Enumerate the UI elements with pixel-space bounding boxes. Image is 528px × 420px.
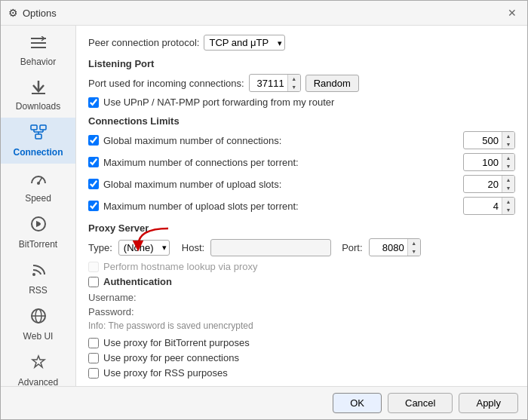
global-upload-input[interactable]: [464, 177, 502, 192]
authentication-checkbox[interactable]: [88, 277, 99, 287]
proxy-port-spinbox[interactable]: ▲ ▼: [369, 238, 421, 256]
hostname-lookup-row: Perform hostname lookup via proxy: [88, 261, 515, 272]
speed-icon: [29, 170, 48, 190]
max-per-torrent-input[interactable]: [464, 155, 502, 170]
hostname-lookup-label[interactable]: Perform hostname lookup via proxy: [103, 261, 257, 272]
port-increment[interactable]: ▲: [288, 75, 300, 83]
port-spinbox[interactable]: ▲ ▼: [249, 74, 301, 92]
password-label: Password:: [88, 306, 515, 317]
title-bar: ⚙ Options ✕: [1, 1, 527, 26]
content-area: Behavior Downloads: [1, 26, 527, 386]
downloads-icon: [30, 79, 47, 98]
options-window: ⚙ Options ✕ Behavior Downloads: [0, 0, 528, 420]
use-proxy-peer-checkbox[interactable]: [88, 353, 99, 363]
proxy-port-buttons: ▲ ▼: [407, 239, 420, 256]
footer: OK Cancel Apply: [1, 386, 527, 419]
upnp-checkbox[interactable]: [88, 97, 99, 108]
use-proxy-bittorrent-row: Use proxy for BitTorrent purposes: [88, 337, 515, 348]
proxy-port-input[interactable]: [370, 241, 407, 255]
sidebar-label-behavior: Behavior: [20, 57, 56, 67]
global-upload-spinbox[interactable]: ▲ ▼: [463, 175, 515, 193]
max-per-torrent-label[interactable]: Maximum number of connections per torren…: [103, 157, 299, 168]
sidebar-item-downloads[interactable]: Downloads: [1, 73, 75, 118]
sidebar-item-speed[interactable]: Speed: [1, 164, 75, 210]
host-input[interactable]: [210, 239, 331, 256]
sidebar-item-behavior[interactable]: Behavior: [1, 30, 75, 73]
apply-button[interactable]: Apply: [459, 393, 518, 413]
global-upload-decrement[interactable]: ▼: [502, 184, 514, 192]
proxy-type-select-wrapper[interactable]: (None): [118, 240, 170, 256]
listening-port-section: Listening Port: [88, 58, 515, 69]
upload-per-torrent-input[interactable]: [464, 199, 502, 213]
use-proxy-peer-row: Use proxy for peer connections: [88, 352, 515, 363]
port-row: Port used for incoming connections: ▲ ▼ …: [88, 74, 515, 92]
sidebar-label-speed: Speed: [25, 193, 51, 204]
authentication-label[interactable]: Authentication: [103, 276, 172, 287]
global-max-input[interactable]: [464, 133, 502, 148]
port-input[interactable]: [250, 76, 287, 90]
sidebar-item-bittorrent[interactable]: BitTorrent: [1, 210, 75, 256]
max-per-torrent-increment[interactable]: ▲: [502, 154, 514, 162]
upload-per-torrent-spinbox[interactable]: ▲ ▼: [463, 197, 515, 215]
global-upload-increment[interactable]: ▲: [502, 176, 514, 184]
rss-icon: [30, 262, 47, 282]
upload-per-torrent-checkbox[interactable]: [88, 201, 99, 211]
connections-section: Connections Limits: [88, 115, 515, 127]
cancel-button[interactable]: Cancel: [388, 393, 453, 413]
random-button[interactable]: Random: [305, 75, 359, 92]
svg-rect-6: [40, 125, 46, 130]
upload-per-torrent-row: Maximum number of upload slots per torre…: [88, 197, 515, 215]
proxy-type-area: Type: (None) Host: Port: ▲: [88, 238, 515, 256]
upload-per-torrent-decrement[interactable]: ▼: [502, 206, 514, 214]
max-per-torrent-decrement[interactable]: ▼: [502, 162, 514, 170]
sidebar-label-connection: Connection: [14, 147, 63, 158]
connection-icon: [29, 124, 48, 144]
sidebar-label-webui: Web UI: [23, 331, 54, 342]
upload-per-torrent-label[interactable]: Maximum number of upload slots per torre…: [103, 201, 299, 212]
port-label2: Port:: [342, 242, 362, 253]
use-proxy-bittorrent-label[interactable]: Use proxy for BitTorrent purposes: [103, 337, 250, 348]
username-label: Username:: [88, 292, 515, 303]
max-per-torrent-spinbox[interactable]: ▲ ▼: [463, 153, 515, 171]
sidebar-item-rss[interactable]: RSS: [1, 256, 75, 302]
sidebar-item-webui[interactable]: Web UI: [1, 302, 75, 348]
sidebar-item-connection[interactable]: Connection: [1, 118, 75, 164]
window-title: Options: [23, 8, 57, 19]
proxy-port-decrement[interactable]: ▼: [408, 247, 420, 256]
proxy-type-select[interactable]: (None): [118, 240, 170, 256]
global-max-spinbox[interactable]: ▲ ▼: [463, 131, 515, 149]
authentication-row: Authentication: [88, 276, 515, 287]
max-per-torrent-buttons: ▲ ▼: [502, 154, 514, 170]
use-proxy-peer-label[interactable]: Use proxy for peer connections: [103, 352, 239, 363]
sidebar: Behavior Downloads: [1, 26, 76, 386]
use-proxy-rss-checkbox[interactable]: [88, 368, 99, 379]
hostname-lookup-checkbox[interactable]: [88, 262, 99, 272]
svg-point-13: [37, 182, 40, 185]
port-label: Port used for incoming connections:: [88, 78, 244, 89]
use-proxy-bittorrent-checkbox[interactable]: [88, 338, 99, 348]
ok-button[interactable]: OK: [333, 393, 382, 413]
webui-icon: [29, 308, 48, 328]
global-max-increment[interactable]: ▲: [502, 132, 514, 140]
svg-rect-5: [31, 125, 37, 130]
max-per-torrent-checkbox[interactable]: [88, 157, 99, 167]
upnp-row: Use UPnP / NAT-PMP port forwarding from …: [88, 97, 515, 108]
global-max-checkbox[interactable]: [88, 135, 99, 146]
protocol-select[interactable]: TCP and μTP: [204, 35, 285, 51]
use-proxy-rss-label[interactable]: Use proxy for RSS purposes: [103, 367, 228, 379]
port-decrement[interactable]: ▼: [288, 83, 300, 91]
global-max-label[interactable]: Global maximum number of connections:: [103, 135, 281, 146]
upnp-label[interactable]: Use UPnP / NAT-PMP port forwarding from …: [103, 97, 334, 108]
proxy-port-increment[interactable]: ▲: [408, 239, 420, 247]
close-button[interactable]: ✕: [505, 5, 520, 20]
upload-per-torrent-increment[interactable]: ▲: [502, 198, 514, 206]
protocol-select-wrapper[interactable]: TCP and μTP: [204, 35, 285, 51]
username-row: Username:: [88, 292, 515, 303]
sidebar-label-downloads: Downloads: [16, 101, 60, 112]
global-upload-label[interactable]: Global maximum number of upload slots:: [103, 179, 281, 190]
proxy-server-section: Proxy Server Type: (None) Host: Port:: [88, 222, 515, 379]
sidebar-item-advanced[interactable]: Advanced: [1, 348, 75, 386]
global-max-decrement[interactable]: ▼: [502, 140, 514, 149]
global-upload-checkbox[interactable]: [88, 179, 99, 189]
port-spinbox-buttons: ▲ ▼: [287, 75, 300, 91]
